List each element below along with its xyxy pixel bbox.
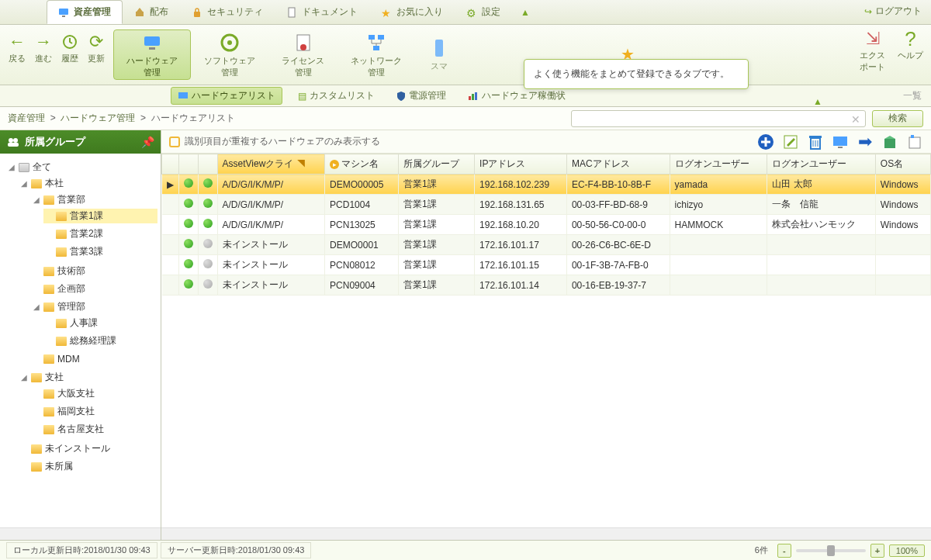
cell-os: Windows: [875, 215, 930, 235]
tree-honsha[interactable]: ◢本社: [19, 176, 157, 191]
col-os[interactable]: OS名: [875, 154, 930, 175]
sidebar-scrollbar[interactable]: [0, 527, 161, 540]
zoom-in-button[interactable]: +: [870, 544, 884, 558]
tree-all[interactable]: ◢全て: [6, 160, 157, 175]
sub-custom[interactable]: ▤カスタムリスト: [292, 88, 381, 104]
svg-rect-1: [62, 16, 65, 17]
crumb-hardware[interactable]: ハードウェア管理: [61, 112, 135, 123]
logout-button[interactable]: ↪ ログアウト: [864, 5, 922, 18]
cell-group: 営業1課: [399, 215, 475, 235]
help-button[interactable]: ?ヘルプ: [898, 29, 923, 73]
delete-button[interactable]: [807, 133, 824, 150]
col-group[interactable]: 所属グループ: [399, 154, 475, 175]
tree-mishozoku[interactable]: 未所属: [19, 459, 157, 474]
export-button[interactable]: ⇲エクス ポート: [860, 29, 885, 73]
table-row[interactable]: ▶A/D/G/I/K/M/P/DEMO00005営業1課192.168.102.…: [162, 175, 931, 195]
search-input[interactable]: ✕: [571, 110, 866, 127]
ribbon-software[interactable]: ソフトウェア 管理: [191, 29, 268, 80]
table-wrapper[interactable]: AssetViewクライ ◥ ▸ マシン名 所属グループ IPアドレス MACア…: [161, 154, 931, 527]
tree-gijutsu[interactable]: 技術部: [31, 264, 157, 278]
col-status2[interactable]: [198, 154, 217, 175]
status-local: ローカル更新日時:2018/01/30 09:43: [6, 542, 157, 558]
zoom-thumb[interactable]: [827, 545, 835, 556]
tree-jinji[interactable]: 人事課: [43, 316, 157, 330]
ribbon-network[interactable]: ネットワーク 管理: [337, 29, 415, 80]
pin-icon[interactable]: 📌: [141, 136, 154, 148]
tab-favorite[interactable]: ★ お気に入り: [369, 0, 455, 24]
zoom-out-button[interactable]: -: [777, 544, 791, 558]
tab-distribute[interactable]: 配布: [123, 0, 180, 24]
duplicate-filter-checkbox[interactable]: 識別項目が重複するハードウェアのみ表示する: [169, 135, 380, 148]
svg-rect-0: [59, 9, 68, 15]
table-row[interactable]: 未インストールDEMO0001営業1課172.16.101.1700-26-C6…: [162, 235, 931, 255]
table-row[interactable]: 未インストールPCN08012営業1課172.16.101.1500-1F-3B…: [162, 255, 931, 275]
tree-miinst[interactable]: 未インストール: [19, 441, 157, 456]
tree-eigyo2[interactable]: 営業2課: [43, 226, 157, 241]
svg-point-21: [13, 138, 18, 143]
col-machine[interactable]: ▸ マシン名: [325, 154, 399, 175]
col-mac[interactable]: MACアドレス: [566, 154, 670, 175]
sub-power[interactable]: 電源管理: [390, 88, 452, 104]
search-button[interactable]: 検索: [872, 110, 923, 127]
col-user1[interactable]: ログオンユーザー: [670, 154, 767, 175]
content-scrollbar[interactable]: [161, 527, 931, 540]
tree-mdm[interactable]: MDM: [31, 353, 157, 365]
table-row[interactable]: A/D/G/I/K/M/P/PCD1004営業1課192.168.131.650…: [162, 195, 931, 215]
add-button[interactable]: [757, 133, 774, 150]
cell-user1: ichizyo: [670, 195, 767, 215]
tree-eigyo1[interactable]: 営業1課: [43, 209, 157, 223]
phone-icon: [428, 37, 450, 59]
col-ip[interactable]: IPアドレス: [475, 154, 567, 175]
tree-kanri[interactable]: ◢管理部: [31, 299, 157, 314]
tab-settings[interactable]: ⚙ 設定: [455, 0, 512, 24]
tab-asset[interactable]: 資産管理: [47, 0, 123, 24]
col-user2[interactable]: ログオンユーザー: [767, 154, 876, 175]
tooltip: よく使う機能をまとめて登録できるタブです。: [524, 59, 749, 89]
star-overlay-icon: ★: [621, 45, 635, 64]
col-status1[interactable]: [178, 154, 198, 175]
export-action-button[interactable]: ➡: [857, 133, 874, 150]
col-client[interactable]: AssetViewクライ ◥: [217, 154, 325, 175]
package-button[interactable]: [881, 133, 898, 150]
tree-eigyo3[interactable]: 営業3課: [43, 244, 157, 259]
tab-favorite-arrow[interactable]: ▲: [512, 2, 538, 23]
svg-rect-14: [373, 46, 379, 50]
table-row[interactable]: 未インストールPCN09004営業1課172.16.101.1400-16-EB…: [162, 275, 931, 296]
tree-osaka[interactable]: 大阪支社: [31, 386, 157, 401]
zoom-slider[interactable]: [796, 549, 866, 552]
list-icon: ▤: [298, 91, 306, 102]
cell-group: 営業1課: [399, 235, 475, 255]
zoom-percent[interactable]: 100%: [889, 544, 925, 557]
tab-document[interactable]: ドキュメント: [275, 0, 369, 24]
ribbon-hardware[interactable]: ハードウェア 管理: [113, 29, 191, 80]
chart-icon: [468, 92, 479, 101]
tree-nagoya[interactable]: 名古屋支社: [31, 422, 157, 437]
tree-shisha[interactable]: ◢支社: [19, 370, 157, 385]
forward-button[interactable]: →進む: [34, 33, 53, 64]
tree-eigyobu[interactable]: ◢営業部: [31, 192, 157, 207]
properties-button[interactable]: [906, 133, 923, 150]
back-button[interactable]: ←戻る: [8, 33, 26, 64]
cell-status1: [178, 175, 198, 195]
edit-button[interactable]: [782, 133, 799, 150]
sub-oprate[interactable]: ハードウェア稼働状: [462, 88, 572, 104]
zoom-controls: - + 100%: [777, 544, 925, 558]
history-button[interactable]: 履歴: [61, 33, 79, 64]
tree-soumu[interactable]: 総務経理課: [43, 334, 157, 348]
col-marker[interactable]: [162, 154, 179, 175]
tree-fukuoka[interactable]: 福岡支社: [31, 404, 157, 419]
ribbon-smart[interactable]: スマ: [415, 29, 463, 80]
cell-machine: DEMO00005: [325, 175, 399, 195]
cell-client: A/D/G/I/K/M/P/: [217, 215, 325, 235]
ribbon-license[interactable]: ライセンス 管理: [268, 29, 337, 80]
refresh-button[interactable]: ⟳更新: [87, 33, 106, 64]
sub-hwlist[interactable]: ハードウェアリスト: [171, 87, 282, 105]
crumb-asset[interactable]: 資産管理: [8, 112, 45, 123]
cell-status1: [178, 275, 198, 296]
table-row[interactable]: A/D/G/I/K/M/P/PCN13025営業1課192.168.10.200…: [162, 215, 931, 235]
monitor-action-button[interactable]: [832, 133, 849, 150]
tree-kikaku[interactable]: 企画部: [31, 282, 157, 296]
tab-security[interactable]: セキュリティ: [180, 0, 275, 24]
clear-icon[interactable]: ✕: [851, 113, 860, 126]
main: 所属グループ 📌 ◢全て ◢本社 ◢営業部 営業1課 営業2課 営業3: [0, 130, 931, 540]
